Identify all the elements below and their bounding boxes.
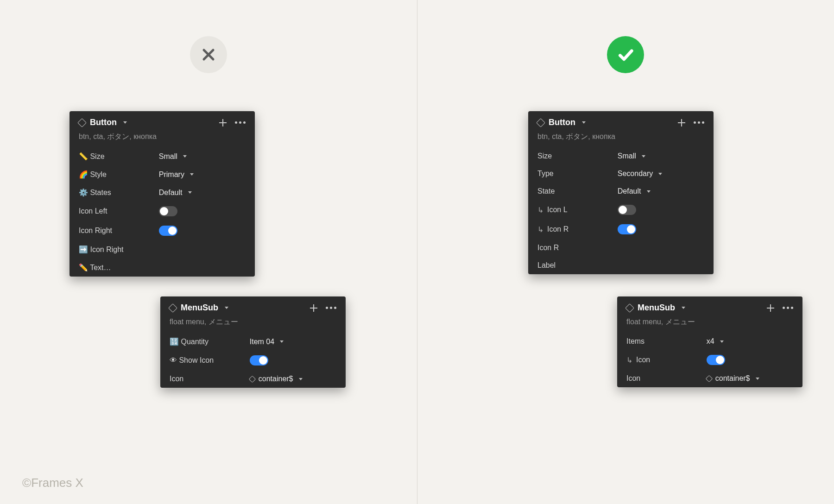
panel-tags: float menu, メニュー (617, 317, 802, 333)
panel-tags: btn, cta, ボタン, кнопка (70, 132, 255, 147)
prop-state-label: State (537, 187, 618, 195)
component-icon (249, 375, 256, 383)
prop-icon-label: Icon (170, 375, 250, 383)
prop-icon-right-label: Icon Right (79, 227, 159, 235)
more-icon[interactable] (235, 121, 246, 124)
prop-icon-select[interactable]: container$ (250, 375, 336, 383)
branding-watermark: ©Frames X (22, 476, 83, 490)
prop-items-select[interactable]: x4 (707, 337, 793, 346)
wrong-badge (190, 36, 227, 73)
prop-type-label: Type (537, 170, 618, 178)
more-icon[interactable] (326, 307, 336, 309)
chevron-down-icon (188, 191, 192, 194)
prop-text-label: ✏️ Text… (79, 263, 159, 272)
panel-title: Button (549, 118, 575, 127)
x-icon (199, 45, 218, 64)
indent-arrow-icon: ↳ (537, 206, 543, 214)
prop-style-label: 🌈 Style (79, 170, 159, 179)
sparkle-icon[interactable] (310, 304, 317, 312)
chevron-down-icon (299, 378, 303, 380)
panel-title: MenuSub (638, 303, 675, 313)
prop-size-select[interactable]: Small (159, 152, 246, 161)
component-icon (706, 375, 713, 382)
prop-items-label: Items (626, 337, 707, 346)
chevron-down-icon (647, 190, 651, 193)
menusub-properties-panel-correct: MenuSub float menu, メニュー Items x4 ↳Icon … (617, 296, 802, 387)
prop-states-select[interactable]: Default (159, 189, 246, 197)
prop-style-select[interactable]: Primary (159, 170, 246, 179)
indent-arrow-icon: ↳ (537, 225, 543, 234)
prop-icon-left-toggle[interactable] (159, 206, 177, 216)
panel-tags: btn, cta, ボタン, кнопка (528, 132, 714, 147)
prop-icon-label: Icon (626, 374, 707, 383)
example-wrong: Button btn, cta, ボタン, кнопка 📏 Size Smal… (0, 0, 417, 504)
check-icon (616, 45, 635, 64)
prop-show-icon-toggle[interactable] (250, 355, 268, 365)
panel-tags: float menu, メニュー (160, 317, 346, 333)
chevron-down-icon[interactable] (682, 307, 685, 309)
prop-icon-left-label: Icon Left (79, 207, 159, 215)
prop-state-select[interactable]: Default (618, 187, 704, 195)
prop-icon-right2-label: ➡️ Icon Right (79, 245, 159, 254)
prop-size-label: 📏 Size (79, 152, 159, 161)
prop-icon-l-label: ↳Icon L (537, 206, 618, 214)
prop-icon-r-toggle[interactable] (618, 224, 636, 234)
prop-type-select[interactable]: Secondary (618, 170, 704, 178)
component-icon (77, 118, 87, 127)
sparkle-icon[interactable] (767, 304, 774, 312)
prop-quantity-label: 🔢 Quantity (170, 337, 250, 346)
prop-size-label: Size (537, 152, 618, 160)
prop-quantity-select[interactable]: Item 04 (250, 338, 336, 346)
panel-title: MenuSub (181, 303, 218, 313)
chevron-down-icon (658, 173, 662, 175)
component-icon (168, 303, 177, 313)
component-icon (536, 118, 545, 127)
sparkle-icon[interactable] (678, 119, 685, 126)
prop-icon-toggle[interactable] (707, 355, 725, 365)
chevron-down-icon (190, 173, 194, 176)
chevron-down-icon[interactable] (225, 307, 228, 309)
prop-icon-l-toggle[interactable] (618, 205, 636, 215)
prop-states-label: ⚙️ States (79, 188, 159, 197)
chevron-down-icon[interactable] (582, 121, 586, 124)
prop-icon-r-label: ↳Icon R (537, 225, 618, 234)
chevron-down-icon (183, 155, 187, 158)
more-icon[interactable] (694, 121, 704, 124)
component-icon (625, 303, 634, 313)
prop-icon-right-toggle[interactable] (159, 226, 177, 236)
prop-show-icon-label: 👁 Show Icon (170, 356, 250, 365)
button-properties-panel-correct: Button btn, cta, ボタン, кнопка Size Small … (528, 111, 714, 274)
example-correct: Button btn, cta, ボタン, кнопка Size Small … (417, 0, 834, 504)
indent-arrow-icon: ↳ (626, 356, 632, 365)
chevron-down-icon (642, 155, 645, 158)
prop-size-select[interactable]: Small (618, 152, 704, 160)
correct-badge (607, 36, 644, 73)
more-icon[interactable] (783, 307, 793, 309)
chevron-down-icon (756, 378, 759, 380)
button-properties-panel-wrong: Button btn, cta, ボタン, кнопка 📏 Size Smal… (70, 111, 255, 277)
sparkle-icon[interactable] (219, 119, 227, 126)
prop-icon-r2-label: Icon R (537, 244, 618, 252)
chevron-down-icon (280, 340, 284, 343)
prop-icon-toggle-label: ↳Icon (626, 356, 707, 365)
panel-title: Button (90, 118, 117, 127)
prop-label-label: Label (537, 261, 618, 270)
prop-icon-select[interactable]: container$ (707, 374, 793, 383)
chevron-down-icon[interactable] (123, 121, 127, 124)
chevron-down-icon (720, 340, 724, 343)
menusub-properties-panel-wrong: MenuSub float menu, メニュー 🔢 Quantity Item… (160, 296, 346, 388)
